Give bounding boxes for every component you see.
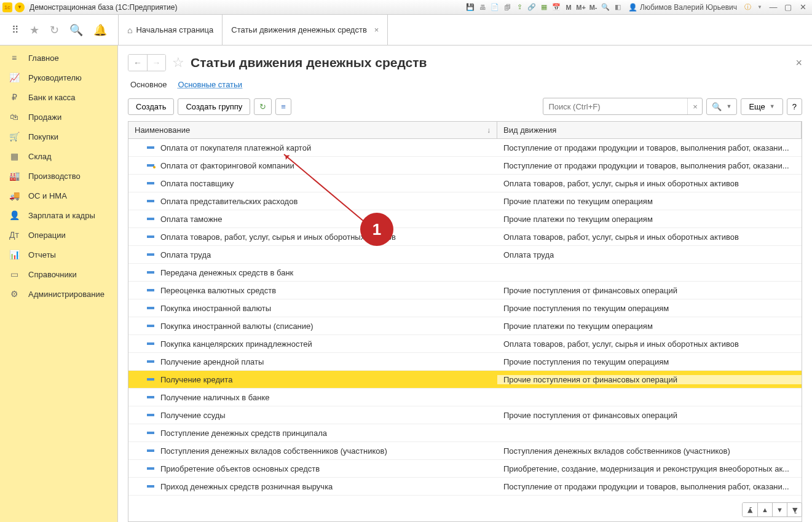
favorite-star-icon[interactable]: ☆	[172, 55, 184, 71]
item-icon	[147, 360, 154, 363]
subtab-alt[interactable]: Основные статьи	[178, 80, 243, 89]
column-header-kind[interactable]: Вид движения	[497, 122, 802, 138]
sidebar-item[interactable]: 👤Зарплата и кадры	[0, 205, 117, 225]
search-button[interactable]: 🔍▼	[706, 98, 737, 115]
copy-item-button[interactable]: ↻	[254, 98, 272, 115]
app-menu-dropdown[interactable]: ▼	[15, 2, 25, 12]
nav-back-button[interactable]: ←	[128, 55, 147, 71]
sidebar-item[interactable]: 📈Руководителю	[0, 68, 117, 87]
create-group-button[interactable]: Создать группу	[178, 98, 250, 115]
share-icon[interactable]: ⇪	[514, 2, 525, 13]
calendar-icon[interactable]: 📅	[551, 2, 562, 13]
table-row[interactable]: Получение кредита Прочие поступления от …	[128, 371, 802, 389]
nav-down-button[interactable]: ▼	[772, 503, 787, 516]
zoom-icon[interactable]: 🔍	[600, 2, 611, 13]
table-row[interactable]: Покупка иностранной валюты Прочие поступ…	[128, 299, 802, 317]
row-kind: Прочие поступления по текущим операциям	[497, 304, 802, 313]
help-button[interactable]: ?	[787, 98, 802, 115]
sidebar-item[interactable]: ₽Банк и касса	[0, 87, 117, 107]
sidebar-item[interactable]: ▭Справочники	[0, 264, 117, 284]
table-row[interactable]: Приобретение объектов основных средств П…	[128, 460, 802, 478]
table-row[interactable]: Оплата представительских расходов Прочие…	[128, 192, 802, 210]
row-kind: Поступление от продажи продукции и товар…	[497, 143, 802, 152]
column-header-name[interactable]: Наименование↓	[128, 122, 497, 138]
nav-bottom-button[interactable]: ▼̱	[787, 503, 802, 516]
create-button[interactable]: Создать	[128, 98, 174, 115]
row-name: Покупка иностранной валюты	[160, 304, 271, 313]
sidebar-item[interactable]: ≡Главное	[0, 48, 117, 68]
info-dropdown-icon[interactable]: ▼	[754, 2, 765, 13]
row-name: Получение наличных в банке	[160, 393, 269, 402]
print-icon[interactable]: 🖶	[477, 2, 488, 13]
sidebar-item[interactable]: ▦Склад	[0, 146, 117, 166]
search-global-icon[interactable]: 🔍	[69, 23, 83, 37]
table-row[interactable]: Оплата таможне Прочие платежи по текущим…	[128, 210, 802, 228]
copy-icon[interactable]: 📄	[489, 2, 500, 13]
sidebar-icon: 📊	[9, 250, 20, 259]
table-row[interactable]: Оплата труда Оплата труда	[128, 246, 802, 264]
nav-buttons: ← →	[128, 54, 166, 71]
table-row[interactable]: Поступления денежных вкладов собственник…	[128, 442, 802, 460]
table-row[interactable]: Оплата товаров, работ, услуг, сырья и ин…	[128, 228, 802, 246]
nav-forward-button[interactable]: →	[147, 55, 165, 71]
item-icon	[147, 235, 154, 238]
more-button[interactable]: Еще▼	[741, 98, 782, 115]
table-row[interactable]: Оплата от покупателя платежной картой По…	[128, 139, 802, 157]
nav-up-button[interactable]: ▲	[757, 503, 772, 516]
user-display[interactable]: 👤 Любимов Валерий Юрьевич	[628, 3, 737, 12]
tab-home[interactable]: ⌂ Начальная страница	[119, 15, 223, 45]
sidebar-icon: ▦	[9, 151, 20, 161]
link-icon[interactable]: 🔗	[526, 2, 537, 13]
sidebar-item[interactable]: 🛍Продажи	[0, 107, 117, 127]
list-view-button[interactable]: ≡	[275, 98, 291, 115]
annotation-badge: 1	[360, 213, 393, 246]
nav-top-button[interactable]: ▲̄	[743, 503, 757, 516]
subtab-main[interactable]: Основное	[130, 80, 167, 89]
table-row[interactable]: Передача денежных средств в банк	[128, 264, 802, 282]
sidebar-item[interactable]: 🛒Покупки	[0, 127, 117, 146]
sidebar-item-label: Продажи	[28, 113, 61, 122]
star-icon[interactable]: ★	[30, 23, 39, 37]
row-name: Передача денежных средств в банк	[160, 268, 293, 277]
table-row[interactable]: Поступление денежных средств принципала	[128, 424, 802, 442]
info-icon[interactable]: ⓘ	[742, 2, 753, 13]
history-icon[interactable]: ↻	[50, 23, 59, 37]
minimize-button[interactable]: —	[767, 2, 780, 13]
page-close-button[interactable]: ×	[795, 57, 802, 69]
table-row[interactable]: Оплата от факторинговой компании Поступл…	[128, 157, 802, 175]
table-row[interactable]: Покупка иностранной валюты (списание) Пр…	[128, 317, 802, 335]
save-icon[interactable]: 💾	[465, 2, 476, 13]
search-input[interactable]	[543, 102, 687, 111]
sidebar-item[interactable]: ⚙Администрирование	[0, 284, 117, 304]
apps-grid-icon[interactable]: ⠿	[12, 24, 19, 36]
table-row[interactable]: Получение наличных в банке	[128, 389, 802, 406]
calc-icon[interactable]: ▦	[538, 2, 550, 13]
table-row[interactable]: Оплата поставщику Оплата товаров, работ,…	[128, 175, 802, 192]
table-row[interactable]: Покупка канцелярских принадлежностей Опл…	[128, 335, 802, 353]
sidebar-item-label: Операции	[28, 231, 66, 240]
sidebar-item[interactable]: 🏭Производство	[0, 166, 117, 186]
close-window-button[interactable]: ✕	[796, 2, 810, 13]
table-row[interactable]: Получение арендной платы Прочие поступле…	[128, 353, 802, 371]
table-row[interactable]: Переоценка валютных средств Прочие посту…	[128, 282, 802, 299]
tab-close-icon[interactable]: ×	[374, 25, 379, 34]
item-icon	[147, 146, 154, 149]
page-title: Статьи движения денежных средств	[191, 55, 427, 70]
maximize-button[interactable]: ▢	[781, 2, 795, 13]
sidebar-item[interactable]: 📊Отчеты	[0, 245, 117, 264]
table-row[interactable]: Приход денежных средств розничная выручк…	[128, 478, 802, 496]
row-kind: Прочие платежи по текущим операциям	[497, 215, 802, 224]
search-clear-button[interactable]: ×	[687, 98, 702, 114]
sidebar-item[interactable]: 🚚ОС и НМА	[0, 186, 117, 205]
sidebar-icon: Дт	[9, 230, 20, 240]
table-row[interactable]: Получение ссуды Прочие поступления от фи…	[128, 406, 802, 424]
search-box: ×	[543, 98, 703, 115]
m-minus-button[interactable]: M-	[588, 2, 599, 13]
compare-icon[interactable]: 🗐	[502, 2, 513, 13]
sidebar-item[interactable]: ДтОперации	[0, 225, 117, 245]
bell-icon[interactable]: 🔔	[93, 23, 107, 37]
m-button[interactable]: M	[563, 2, 574, 13]
panel-icon[interactable]: ◧	[612, 2, 623, 13]
m-plus-button[interactable]: M+	[575, 2, 586, 13]
tab-active[interactable]: Статьи движения денежных средств ×	[223, 15, 388, 45]
